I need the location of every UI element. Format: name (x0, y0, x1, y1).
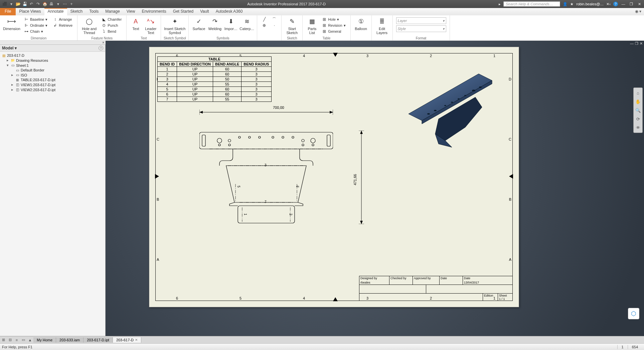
chamfer-button[interactable]: ◣Chamfer (100, 17, 123, 22)
doc-min-button[interactable]: — (630, 41, 634, 46)
retrieve-button[interactable]: ↲Retrieve (51, 23, 74, 28)
tab-ctrl-4[interactable]: ▭ (20, 338, 27, 342)
search-input[interactable]: Search Help & Commands… (503, 1, 560, 7)
bend-table[interactable]: TABLE BEND IDBEND DIRECTIONBEND ANGLEBEN… (157, 56, 272, 102)
qat-plus-icon[interactable]: + (69, 1, 74, 7)
menu-file[interactable]: File (0, 8, 16, 15)
svg-point-17 (217, 138, 222, 143)
iso-view[interactable] (398, 64, 499, 151)
tree-node[interactable]: ⊞TABLE:203-617-D.ipt (1, 77, 104, 82)
sketchsymbol-button[interactable]: ✦Insert Sketch Symbol (163, 16, 186, 35)
bend-button[interactable]: ⤵Bend (100, 29, 123, 34)
tab-ctrl-5[interactable]: ▲ (27, 338, 33, 342)
menu-sketch[interactable]: Sketch (67, 8, 86, 15)
signin-icon[interactable]: 👤 (563, 2, 568, 6)
drawing-sheet[interactable]: 6 5 4 3 2 1 6 5 4 3 2 1 D C B A D C B A (149, 47, 519, 307)
right-arrow-icon[interactable]: ▸ (499, 2, 501, 6)
tree-node[interactable]: ▭Default Border (1, 68, 104, 72)
save-icon[interactable]: 💾 (22, 1, 27, 7)
new-icon[interactable]: ▾ (9, 1, 14, 7)
tree-node[interactable]: ▸◫VIEW1:203-617-D.ipt (1, 82, 104, 87)
menu-a360[interactable]: Autodesk A360 (212, 8, 246, 15)
restore-button[interactable]: ❐ (629, 1, 634, 7)
tab-close-icon[interactable]: ✕ (135, 338, 138, 342)
style-dropdown[interactable]: Style▾ (396, 25, 446, 32)
tab-myhome[interactable]: My Home (33, 337, 56, 343)
startsketch-button[interactable]: ✎Start Sketch (284, 16, 300, 35)
menu-overflow-icon[interactable]: ◉ ▾ (632, 8, 644, 15)
tree-node[interactable]: ▾▭Sheet:1 (1, 63, 104, 68)
line-button[interactable]: ╱ (261, 17, 268, 22)
dim-height[interactable]: 471,66 (353, 174, 357, 185)
balloon-button[interactable]: ①Balloon (353, 16, 369, 31)
print-icon[interactable]: 🖶 (49, 1, 54, 7)
menu-view[interactable]: View (123, 8, 139, 15)
nav-look-icon[interactable]: 👁 (635, 125, 641, 131)
home-icon[interactable]: 🏠 (42, 1, 47, 7)
tab-203-617-d[interactable]: 203-617-D✕ (113, 337, 141, 343)
editlayers-button[interactable]: ≣Edit Layers (374, 16, 390, 35)
layer-dropdown[interactable]: Layer▾ (396, 17, 446, 24)
nav-home-icon[interactable]: ⌂ (635, 90, 641, 96)
model-help-icon[interactable]: ? (99, 46, 103, 50)
menu-environments[interactable]: Environments (138, 8, 169, 15)
star-icon[interactable]: ★ (570, 2, 574, 6)
redo-icon[interactable]: ↷ (35, 1, 41, 7)
caterp-button[interactable]: ≋Caterp… (239, 16, 255, 31)
panel-close-button[interactable]: × (0, 41, 106, 45)
exchange-icon[interactable]: ✕‹ (606, 2, 611, 6)
help-icon[interactable]: ? (613, 2, 618, 6)
arc-button[interactable]: ⌒ (271, 17, 278, 22)
chain-button[interactable]: ⊶Chain ▾ (23, 29, 49, 34)
user-label[interactable]: robin.beales@… (576, 2, 604, 6)
open-icon[interactable]: 📂 (15, 1, 21, 7)
tab-203-617-ipt[interactable]: 203-617-D.ipt (84, 337, 113, 343)
nav-zoom-icon[interactable]: 🔍 (635, 107, 641, 113)
flat-pattern-view[interactable] (199, 129, 333, 226)
revision-button[interactable]: ⊞Revision ▾ (321, 23, 347, 28)
drawing-canvas[interactable]: 6 5 4 3 2 1 6 5 4 3 2 1 D C B A D C B A (106, 41, 644, 336)
dimension-button[interactable]: ⟼Dimension (2, 16, 21, 31)
menu-vault[interactable]: Vault (197, 8, 212, 15)
model-title[interactable]: Model ▾ (2, 46, 17, 50)
tab-203-633[interactable]: 203-633.iam (56, 337, 84, 343)
general-button[interactable]: ⊞General (321, 29, 347, 34)
text-button[interactable]: AText (129, 16, 143, 31)
nav-pan-icon[interactable]: ✋ (635, 99, 641, 105)
minimize-button[interactable]: — (621, 1, 626, 7)
partslist-button[interactable]: ▦Parts List (305, 16, 319, 35)
undo-icon[interactable]: ↶ (29, 1, 34, 7)
menu-placeviews[interactable]: Place Views (16, 8, 44, 15)
tree-node[interactable]: ▸◫VIEW2:203-617-D.ipt (1, 87, 104, 92)
holetable-button[interactable]: ⊞Hole ▾ (321, 17, 347, 22)
tree-node[interactable]: ▸📁Drawing Resources (1, 58, 104, 63)
doc-close-button[interactable]: ✕ (640, 41, 643, 46)
tree-root[interactable]: ▤203-617-D (1, 53, 104, 58)
leadertext-button[interactable]: ᴬ↘Leader Text (143, 16, 159, 35)
tree-node[interactable]: ▸▭ISO (1, 72, 104, 77)
surface-button[interactable]: ✓Surface (191, 16, 207, 31)
doc-max-button[interactable]: ❐ (635, 41, 638, 46)
close-button[interactable]: ✕ (637, 1, 642, 7)
tab-ctrl-1[interactable]: ⊞ (0, 338, 7, 342)
ordinate-button[interactable]: ⊩Ordinate ▾ (23, 23, 49, 28)
center-button[interactable]: ⊕ (261, 23, 268, 28)
holethread-button[interactable]: ◯Hole and Thread (79, 16, 99, 35)
menu-getstarted[interactable]: Get Started (170, 8, 197, 15)
title-block[interactable]: Designed byrbeales Checked by Approved b… (359, 276, 513, 301)
punch-button[interactable]: ⊙Punch (100, 23, 123, 28)
arrange-button[interactable]: ↕Arrange (51, 17, 74, 22)
tab-ctrl-2[interactable]: ⊟ (7, 338, 13, 342)
menu-tools[interactable]: Tools (86, 8, 102, 15)
point-button[interactable]: · (271, 23, 278, 28)
nav-orbit-icon[interactable]: ⟳ (635, 116, 641, 122)
menu-annotate[interactable]: Annotate (44, 8, 67, 15)
baseline-button[interactable]: ⊢Baseline ▾ (23, 17, 49, 22)
import-button[interactable]: ⬇Impor… (223, 16, 239, 31)
menu-manage[interactable]: Manage (102, 8, 123, 15)
app-icon[interactable]: ⬛ (2, 1, 7, 7)
tab-ctrl-3[interactable]: ≡ (13, 338, 20, 342)
welding-button[interactable]: ↷Welding (207, 16, 223, 31)
more-icon[interactable]: ▾ (55, 1, 61, 7)
share-button[interactable]: ⬡ (628, 308, 639, 319)
